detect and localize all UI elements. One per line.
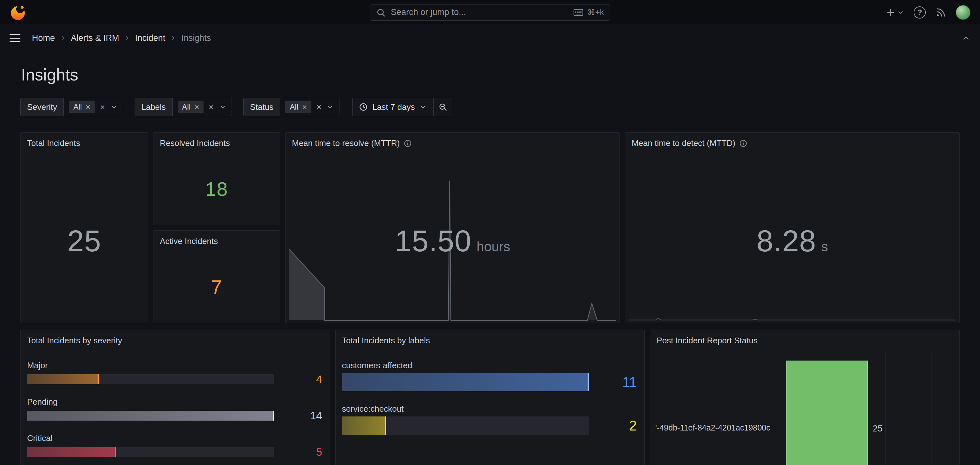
filter-status-value[interactable]: All × × xyxy=(280,98,339,116)
time-picker: Last 7 days xyxy=(352,98,452,116)
gauge-label: Critical xyxy=(27,433,322,443)
gauge-row-customers-affected: customers-affected 11 xyxy=(342,361,637,391)
gridline xyxy=(885,352,886,465)
chevron-right-icon xyxy=(170,35,177,42)
search-input[interactable]: Search or jump to... ⌘+k xyxy=(370,4,610,21)
filter-severity-value[interactable]: All × × xyxy=(64,98,123,116)
close-icon[interactable]: × xyxy=(302,103,307,111)
filter-labels-chip[interactable]: All × xyxy=(178,101,204,113)
breadcrumb: Home Alerts & IRM Incident Insights xyxy=(29,33,214,43)
breadcrumb-alerts-irm[interactable]: Alerts & IRM xyxy=(68,33,123,43)
filter-row: Severity All × × Labels All × × xyxy=(21,98,959,116)
info-icon[interactable] xyxy=(404,139,412,147)
zoom-out-button[interactable] xyxy=(434,98,452,116)
panel-total-incidents: Total Incidents 25 xyxy=(21,132,148,323)
chevron-down-icon xyxy=(897,9,904,16)
gauge-track xyxy=(342,373,589,391)
gauge-track xyxy=(27,411,274,420)
filter-status-label: Status xyxy=(243,98,280,116)
panel-title: Resolved Incidents xyxy=(160,138,230,148)
panel-post-incident-report-status: Post Incident Report Status '-49db-11ef-… xyxy=(650,329,959,465)
stat-total-incidents: 25 xyxy=(67,224,102,258)
report-category-label: '-49db-11ef-84a2-4201ac19800c xyxy=(655,423,770,432)
panel-mttr: Mean time to resolve (MTTR) 15.50 hours xyxy=(285,132,620,323)
gauge-row-pending: Pending 14 xyxy=(27,397,322,422)
gauge-fill xyxy=(342,373,589,391)
filter-severity-chip[interactable]: All × xyxy=(69,101,95,113)
search-icon xyxy=(376,8,386,17)
gauge-value: 4 xyxy=(274,373,322,385)
page-title: Insights xyxy=(21,65,959,84)
user-avatar[interactable] xyxy=(956,5,970,20)
gauge-label: Major xyxy=(27,361,322,370)
menu-toggle[interactable] xyxy=(10,34,21,42)
zoom-out-icon xyxy=(438,102,447,112)
breadcrumb-home[interactable]: Home xyxy=(29,33,58,43)
panel-active-incidents: Active Incidents 7 xyxy=(153,230,280,323)
filter-labels: Labels All × × xyxy=(135,98,232,116)
topbar-actions: ? xyxy=(886,5,970,20)
question-icon: ? xyxy=(914,6,926,19)
panel-title: Post Incident Report Status xyxy=(657,336,758,345)
top-nav-bar: Search or jump to... ⌘+k ? xyxy=(0,0,980,25)
panel-incidents-by-severity: Total Incidents by severity Major 4 Pend… xyxy=(21,329,330,465)
report-bar-value: 25 xyxy=(873,424,882,434)
gauge-row-major: Major 4 xyxy=(27,361,322,385)
clear-icon[interactable]: × xyxy=(208,103,213,111)
stat-mttd-value: 8.28 xyxy=(757,224,816,258)
breadcrumb-insights: Insights xyxy=(178,33,214,43)
severity-gauge-list: Major 4 Pending 14 xyxy=(27,361,322,465)
gauge-label: customers-affected xyxy=(342,361,637,370)
panel-title: Total Incidents by labels xyxy=(342,336,430,345)
gauge-row-critical: Critical 5 xyxy=(27,433,322,458)
stat-mttr-value: 15.50 xyxy=(395,224,471,258)
labels-gauge-list: customers-affected 11 service:checkout xyxy=(342,361,637,447)
panel-row-1: Total Incidents 25 Resolved Incidents 18… xyxy=(21,132,959,323)
gauge-value: 2 xyxy=(589,418,637,434)
grafana-logo[interactable] xyxy=(10,4,26,21)
filter-severity: Severity All × × xyxy=(21,98,123,116)
time-range-button[interactable]: Last 7 days xyxy=(352,98,434,116)
stat-resolved-incidents: 18 xyxy=(205,177,228,200)
stat-mttr-unit: hours xyxy=(477,239,510,254)
close-icon[interactable]: × xyxy=(194,103,199,111)
gauge-label: service:checkout xyxy=(342,404,637,414)
panel-row-2: Total Incidents by severity Major 4 Pend… xyxy=(21,329,959,465)
report-bar xyxy=(786,361,868,465)
filter-status-chip[interactable]: All × xyxy=(285,101,311,113)
chevron-down-icon[interactable] xyxy=(219,103,226,111)
filter-severity-label: Severity xyxy=(21,98,64,116)
breadcrumb-incident[interactable]: Incident xyxy=(132,33,169,43)
stat-active-incidents: 7 xyxy=(211,276,222,298)
chevron-down-icon[interactable] xyxy=(110,103,118,111)
gauge-fill xyxy=(27,411,274,420)
search-placeholder: Search or jump to... xyxy=(391,7,568,17)
gauge-value: 11 xyxy=(589,374,637,390)
gauge-row-service-checkout: service:checkout 2 xyxy=(342,404,637,435)
panel-title: Mean time to detect (MTTD) xyxy=(632,138,735,148)
filter-labels-value[interactable]: All × × xyxy=(173,98,232,116)
breadcrumb-bar: Home Alerts & IRM Incident Insights xyxy=(0,25,980,51)
chevron-right-icon xyxy=(59,35,66,42)
gauge-value: 14 xyxy=(274,409,322,422)
info-icon[interactable] xyxy=(739,139,748,147)
chevron-down-icon[interactable] xyxy=(326,103,334,111)
clear-icon[interactable]: × xyxy=(317,103,321,111)
news-rss-button[interactable] xyxy=(935,7,946,18)
gauge-track xyxy=(342,417,589,435)
panel-title: Total Incidents by severity xyxy=(27,336,122,345)
help-button[interactable]: ? xyxy=(914,6,926,19)
panel-title: Active Incidents xyxy=(160,236,218,246)
rss-icon xyxy=(935,7,946,18)
clear-icon[interactable]: × xyxy=(100,103,105,111)
clock-icon xyxy=(359,102,368,112)
gauge-track xyxy=(27,374,274,384)
panel-resolved-incidents: Resolved Incidents 18 xyxy=(153,132,280,225)
chevron-right-icon xyxy=(124,35,131,42)
panel-incidents-by-labels: Total Incidents by labels customers-affe… xyxy=(335,329,645,465)
new-button[interactable] xyxy=(886,7,904,18)
chevron-down-icon xyxy=(419,103,427,111)
gauge-fill xyxy=(342,417,386,435)
close-icon[interactable]: × xyxy=(86,103,91,111)
chevron-up-icon[interactable] xyxy=(961,34,970,43)
